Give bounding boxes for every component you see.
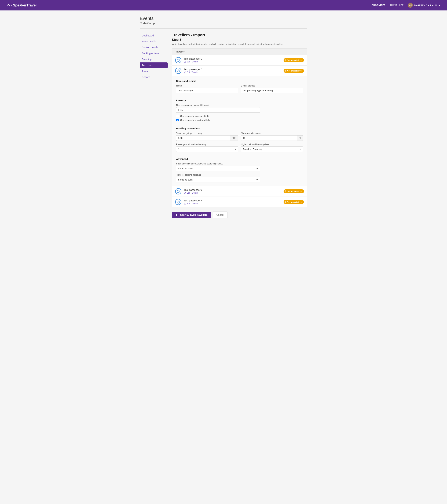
traveller-2-badge: Not imported yet	[284, 69, 304, 73]
app-header: SpeakerTravel ORGANIZER TRAVELLER MB MAA…	[0, 0, 447, 10]
one-way-label: Can request a one-way flight	[180, 115, 209, 117]
approval-select[interactable]: Same as event Required Not required	[176, 177, 260, 182]
power-icon-2	[176, 69, 180, 73]
footer-actions: ⬆ Import & invite travellers Cancel	[172, 212, 307, 218]
traveller-3-info: Test passenger 3 Edit / Details	[184, 189, 281, 194]
sidebar-item-dashboard[interactable]: Dashboard	[140, 33, 168, 38]
nav-traveller[interactable]: TRAVELLER	[390, 4, 404, 6]
page: Events CoderCamp Dashboard Event details…	[136, 10, 311, 223]
traveller-4-info: Test passenger 4 Edit / Details	[184, 199, 281, 205]
user-name: MAARTEN BALLIAUW	[414, 4, 437, 7]
expanded-form: Name and e-mail Name E-mail address	[172, 76, 307, 186]
edit-icon-2	[184, 71, 186, 73]
traveller-4-edit[interactable]: Edit / Details	[184, 202, 281, 205]
email-input[interactable]	[241, 88, 303, 93]
overrun-input-group: %	[241, 135, 303, 141]
name-email-title: Name and e-mail	[176, 80, 303, 83]
cancel-button[interactable]: Cancel	[213, 212, 228, 218]
sidebar-item-branding[interactable]: Branding	[140, 56, 168, 62]
sidebar-item-contact-details[interactable]: Contact details	[140, 45, 168, 50]
budget-label: Travel budget (per passenger)	[176, 132, 238, 134]
traveller-row-expanded: Test passenger 2 Edit / Details Not impo…	[172, 66, 307, 76]
traveller-2-name: Test passenger 2	[184, 68, 281, 71]
step-description: Verify travellers that will be imported …	[172, 43, 307, 45]
traveller-icon-1	[175, 57, 181, 63]
step-title: Step 3	[172, 38, 307, 42]
name-input[interactable]	[176, 88, 238, 93]
sidebar-item-reports[interactable]: Reports	[140, 74, 168, 80]
booking-class-select[interactable]: Economy Premium Economy Business First	[241, 146, 303, 152]
budget-currency: EUR	[230, 135, 238, 141]
budget-input-group: EUR	[176, 135, 238, 141]
round-trip-label: Can request a round-trip flight	[180, 119, 210, 121]
approval-group: Traveller booking approval Same as event…	[176, 174, 303, 182]
traveller-1-info: Test passenger 1 Edit / Details	[184, 57, 281, 63]
traveller-2-edit[interactable]: Edit / Details	[184, 71, 281, 73]
power-icon-4	[176, 200, 180, 204]
edit-icon-4	[184, 202, 186, 205]
airport-label: Nearest/departure airport (if known)	[176, 104, 303, 106]
price-info-label: Show price info to traveller while searc…	[176, 162, 303, 165]
traveller-3-edit[interactable]: Edit / Details	[184, 192, 281, 194]
overrun-input[interactable]	[241, 135, 297, 141]
travellers-card: Traveller Test passenger 1 Edit / Detail…	[172, 49, 307, 207]
user-menu[interactable]: MB MAARTEN BALLIAUW ▾	[408, 3, 440, 8]
sidebar-item-team[interactable]: Team	[140, 68, 168, 74]
logo-icon	[7, 3, 12, 7]
breadcrumb-section: Events	[140, 16, 307, 21]
traveller-1-edit[interactable]: Edit / Details	[184, 60, 281, 63]
traveller-row-3: Test passenger 3 Edit / Details Not impo…	[172, 186, 307, 197]
overrun-label: Allow potential overrun	[241, 132, 303, 134]
name-group: Name	[176, 85, 238, 93]
traveller-1-badge: Not imported yet	[284, 58, 304, 62]
price-info-group: Show price info to traveller while searc…	[176, 162, 303, 171]
sidebar-item-event-details[interactable]: Event details	[140, 39, 168, 44]
power-icon-3	[176, 189, 180, 193]
sidebar-item-booking-options[interactable]: Booking options	[140, 51, 168, 56]
main-content: Travellers - Import Step 3 Verify travel…	[172, 33, 307, 218]
itinerary-title: Itinerary	[176, 99, 303, 102]
header-divider	[140, 28, 307, 29]
budget-input[interactable]	[176, 135, 230, 141]
overrun-group: Allow potential overrun %	[241, 132, 303, 141]
budget-row: Travel budget (per passenger) EUR Allow …	[176, 132, 303, 141]
email-group: E-mail address	[241, 85, 303, 93]
chevron-down-icon: ▾	[439, 4, 440, 7]
approval-label: Traveller booking approval	[176, 174, 303, 176]
svg-point-0	[7, 5, 8, 6]
avatar: MB	[408, 3, 413, 8]
round-trip-row: Can request a round-trip flight	[176, 119, 303, 121]
constraints-title: Booking constraints	[176, 127, 303, 130]
card-header: Traveller	[172, 49, 307, 55]
page-header: Events CoderCamp	[140, 16, 307, 25]
one-way-checkbox[interactable]	[176, 115, 179, 117]
passengers-class-row: Passengers allowed on booking 1 2 3 High…	[176, 143, 303, 152]
traveller-4-badge: Not imported yet	[284, 200, 304, 204]
booking-class-label: Highest allowed booking class	[241, 143, 303, 146]
passengers-label: Passengers allowed on booking	[176, 143, 238, 146]
name-email-row: Name E-mail address	[176, 85, 303, 93]
sidebar: Dashboard Event details Contact details …	[140, 33, 168, 80]
round-trip-checkbox[interactable]	[176, 119, 179, 121]
name-label: Name	[176, 85, 238, 87]
power-icon	[176, 58, 180, 62]
price-info-select[interactable]: Same as event Yes No	[176, 166, 260, 171]
header-nav: ORGANIZER TRAVELLER MB MAARTEN BALLIAUW …	[371, 3, 440, 8]
email-label: E-mail address	[241, 85, 303, 87]
layout: Dashboard Event details Contact details …	[140, 33, 307, 218]
edit-icon-3	[184, 192, 186, 194]
traveller-1-name: Test passenger 1	[184, 57, 281, 60]
passengers-select[interactable]: 1 2 3	[176, 146, 238, 152]
traveller-4-name: Test passenger 4	[184, 199, 281, 202]
nav-organizer[interactable]: ORGANIZER	[371, 4, 386, 6]
traveller-3-badge: Not imported yet	[284, 189, 304, 193]
advanced-title: Advanced	[176, 158, 303, 161]
import-button[interactable]: ⬆ Import & invite travellers	[172, 212, 211, 218]
airport-group: Nearest/departure airport (if known)	[176, 104, 303, 113]
traveller-row-4: Test passenger 4 Edit / Details Not impo…	[172, 197, 307, 207]
form-divider-3	[176, 155, 303, 155]
sidebar-item-travellers[interactable]: Travellers	[140, 62, 168, 68]
budget-group: Travel budget (per passenger) EUR	[176, 132, 238, 141]
logo[interactable]: SpeakerTravel	[7, 3, 37, 7]
airport-input[interactable]	[176, 107, 260, 113]
